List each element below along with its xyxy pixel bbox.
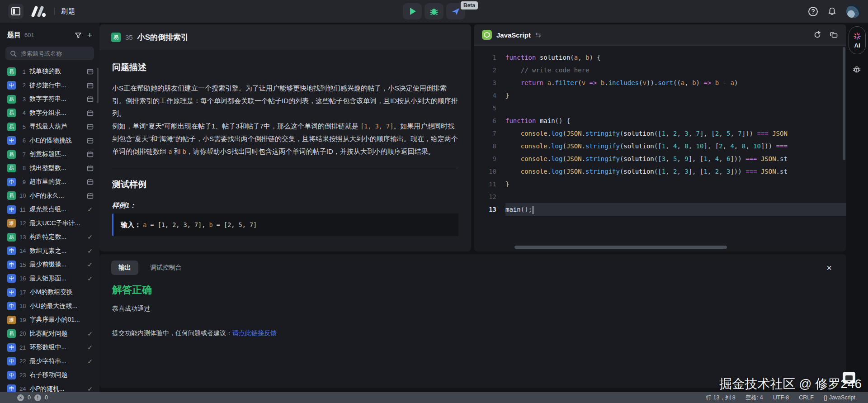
- tab-debug-console[interactable]: 调试控制台: [143, 261, 189, 275]
- problem-number: 3: [19, 96, 26, 103]
- search-icon: [10, 50, 17, 57]
- run-button[interactable]: [403, 3, 422, 19]
- problem-row[interactable]: 中17小M的数组变换: [0, 285, 99, 299]
- add-problem-button[interactable]: +: [86, 30, 93, 40]
- line-text: console.log(JSON.stringify(solution([3, …: [505, 152, 846, 165]
- code-line[interactable]: 12: [474, 190, 846, 203]
- error-count-icon: ×: [17, 394, 24, 401]
- check-icon: ✓: [86, 358, 94, 365]
- language-switch-icon[interactable]: ⇆: [535, 31, 540, 39]
- problem-row[interactable]: 易8找出整型数...: [0, 161, 99, 175]
- problem-row[interactable]: 中9超市里的货...: [0, 175, 99, 189]
- problem-row[interactable]: 中6小E的怪物挑战: [0, 134, 99, 148]
- code-line[interactable]: 3 return a.filter(v => b.includes(v)).so…: [474, 76, 846, 89]
- floating-terminal-button[interactable]: [843, 372, 855, 384]
- check-icon: ✓: [86, 206, 94, 213]
- problem-row[interactable]: 易13构造特定数...✓: [0, 230, 99, 244]
- problem-id: 35: [125, 33, 133, 41]
- topbar: 刷题: [0, 0, 868, 23]
- indent-info[interactable]: 空格: 4: [745, 394, 763, 402]
- sidebar-scrollbar[interactable]: [97, 68, 99, 103]
- code-line[interactable]: 13main();: [474, 203, 846, 216]
- problem-row[interactable]: 易20比赛配对问题✓: [0, 327, 99, 341]
- code-line[interactable]: 4}: [474, 89, 846, 102]
- code-line[interactable]: 7 console.log(JSON.stringify(solution([1…: [474, 127, 846, 140]
- watermark: 掘金技术社区 @ 修罗246: [719, 375, 862, 393]
- problem-number: 19: [19, 317, 26, 323]
- problem-row[interactable]: 易1找单独的数: [0, 65, 99, 79]
- difficulty-badge: 难: [7, 219, 16, 228]
- problem-row[interactable]: 中11观光景点组...✓: [0, 203, 99, 217]
- problem-title: 小P的随机...: [29, 385, 82, 392]
- close-icon: ×: [826, 263, 832, 273]
- code-line[interactable]: 2 // write code here: [474, 64, 846, 76]
- problem-row[interactable]: 难12最大UCC子串计...: [0, 217, 99, 231]
- problem-row[interactable]: 易4数字分组求...: [0, 106, 99, 120]
- ai-label: AI: [854, 42, 860, 49]
- problem-row[interactable]: 中18小U的最大连续...: [0, 299, 99, 313]
- editor-vertical-scrollbar[interactable]: [843, 47, 845, 160]
- feedback-link[interactable]: 请点此链接反馈: [232, 329, 277, 337]
- problem-row[interactable]: 易7创意标题匹...: [0, 147, 99, 161]
- line-text: console.log(JSON.stringify(solution([1, …: [505, 140, 846, 152]
- code-line[interactable]: 9 console.log(JSON.stringify(solution([3…: [474, 152, 846, 165]
- problem-number: 24: [19, 385, 26, 392]
- ai-assistant-button[interactable]: AI: [849, 26, 866, 54]
- app-logo[interactable]: [30, 5, 48, 17]
- search-input[interactable]: [20, 50, 90, 57]
- problem-row[interactable]: 中21环形数组中...✓: [0, 341, 99, 355]
- check-icon: ✓: [86, 385, 94, 392]
- cursor-position[interactable]: 行 13，列 8: [706, 394, 736, 402]
- notifications-icon[interactable]: [828, 7, 836, 16]
- problem-row[interactable]: 中24小P的随机...✓: [0, 382, 99, 393]
- problem-row[interactable]: 易3数字字符串...: [0, 92, 99, 106]
- problem-number: 22: [19, 358, 26, 365]
- difficulty-badge: 中: [7, 247, 16, 255]
- line-text: return a.filter(v => b.includes(v)).sort…: [505, 76, 846, 89]
- problem-row[interactable]: 易10小F的永久...: [0, 189, 99, 203]
- problem-title: 数组元素之...: [29, 247, 82, 255]
- problem-row[interactable]: 中2徒步旅行中...: [0, 79, 99, 93]
- code-line[interactable]: 11}: [474, 178, 846, 190]
- app-root: 刷题: [0, 0, 868, 403]
- encoding[interactable]: UTF-8: [773, 394, 789, 401]
- problem-row[interactable]: 中15最少前缀操...✓: [0, 258, 99, 272]
- problem-row[interactable]: 中22最少字符串...✓: [0, 355, 99, 369]
- problem-title: 找单独的数: [29, 67, 82, 76]
- filter-button[interactable]: [74, 31, 83, 40]
- editor-horizontal-scrollbar[interactable]: [514, 246, 727, 249]
- problem-title: 超市里的货...: [29, 178, 82, 186]
- reset-code-button[interactable]: [813, 31, 821, 39]
- result-subtitle: 恭喜成功通过: [112, 305, 834, 313]
- code-line[interactable]: 1function solution(a, b) {: [474, 51, 846, 64]
- problem-row[interactable]: 中16最大矩形面...✓: [0, 272, 99, 286]
- debug-run-button[interactable]: [425, 3, 443, 19]
- problem-row[interactable]: 难19字典序最小的01...: [0, 313, 99, 327]
- code-line[interactable]: 8 console.log(JSON.stringify(solution([1…: [474, 140, 846, 152]
- eol[interactable]: CRLF: [799, 394, 814, 401]
- problem-row[interactable]: 易5寻找最大葫芦: [0, 120, 99, 134]
- tab-output[interactable]: 输出: [111, 261, 138, 275]
- close-output-button[interactable]: ×: [824, 263, 835, 273]
- difficulty-badge: 易: [7, 191, 16, 200]
- avatar[interactable]: [846, 5, 860, 18]
- problem-row[interactable]: 中14数组元素之...✓: [0, 244, 99, 258]
- problem-row[interactable]: 中23石子移动问题: [0, 368, 99, 382]
- difficulty-badge: 中: [7, 205, 16, 214]
- layout-switch-button[interactable]: [830, 31, 838, 39]
- code-line[interactable]: 5: [474, 102, 846, 114]
- help-icon[interactable]: ?: [808, 7, 818, 16]
- code-line[interactable]: 10 console.log(JSON.stringify(solution([…: [474, 165, 846, 178]
- doc-icon: [86, 123, 94, 130]
- language-mode[interactable]: {} JavaScript: [824, 394, 855, 401]
- code-area[interactable]: 1function solution(a, b) {2 // write cod…: [474, 46, 846, 241]
- editor-panel: JavaScript ⇆: [474, 24, 846, 251]
- section-heading-samples: 测试样例: [112, 178, 458, 191]
- difficulty-badge: 中: [7, 343, 16, 352]
- problem-number: 15: [19, 261, 26, 268]
- section-heading-description: 问题描述: [112, 61, 458, 74]
- code-line[interactable]: 6function main() {: [474, 114, 846, 127]
- debug-panel-button[interactable]: [852, 64, 862, 74]
- doc-icon: [86, 137, 94, 144]
- sidebar-toggle-button[interactable]: [8, 4, 24, 19]
